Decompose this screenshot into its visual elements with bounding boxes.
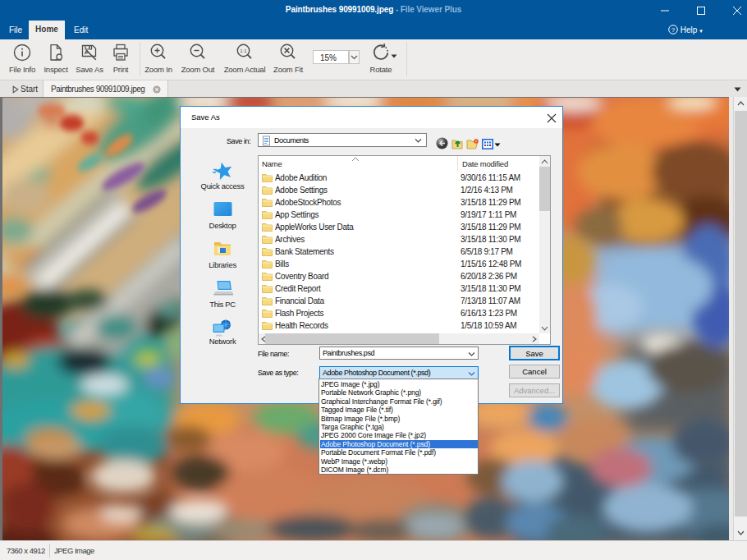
svg-text:1:1: 1:1 <box>240 48 247 53</box>
svg-text:?: ? <box>671 26 676 34</box>
